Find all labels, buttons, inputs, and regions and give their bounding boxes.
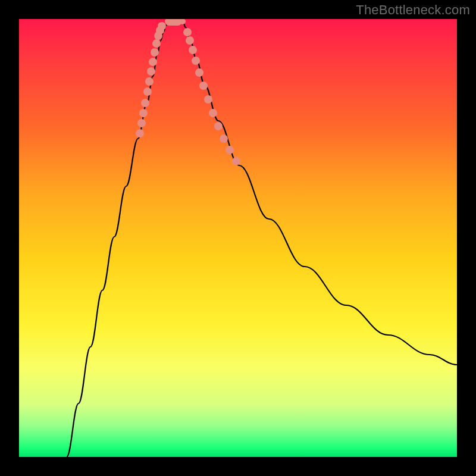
left-curve xyxy=(67,21,168,457)
marker-dot xyxy=(214,122,223,130)
marker-dot xyxy=(149,58,157,66)
marker-dot xyxy=(204,95,212,104)
marker-dot xyxy=(192,57,200,65)
marker-dot xyxy=(145,77,154,86)
marker-dot xyxy=(151,48,159,57)
marker-dot xyxy=(220,134,228,143)
marker-dot xyxy=(195,68,203,77)
marker-dot xyxy=(232,157,240,165)
marker-dot xyxy=(158,22,166,30)
marker-dot xyxy=(136,129,144,137)
marker-dot xyxy=(147,67,155,76)
marker-dot xyxy=(143,87,152,96)
marker-dot xyxy=(226,146,234,154)
bottom-dot-bar xyxy=(165,19,181,26)
marker-dot xyxy=(186,36,194,45)
chart-svg xyxy=(19,19,457,457)
marker-dot xyxy=(141,99,149,107)
watermark-text: TheBottleneck.com xyxy=(356,2,470,18)
marker-dot xyxy=(199,82,208,90)
marker-dot xyxy=(209,109,217,117)
chart-frame xyxy=(19,19,457,457)
marker-dot xyxy=(189,46,197,54)
marker-dot xyxy=(152,39,161,48)
right-curve xyxy=(183,21,457,365)
marker-dot xyxy=(183,28,192,36)
right-dots-group xyxy=(183,28,240,165)
marker-dot xyxy=(139,109,148,117)
marker-dot xyxy=(137,119,146,127)
